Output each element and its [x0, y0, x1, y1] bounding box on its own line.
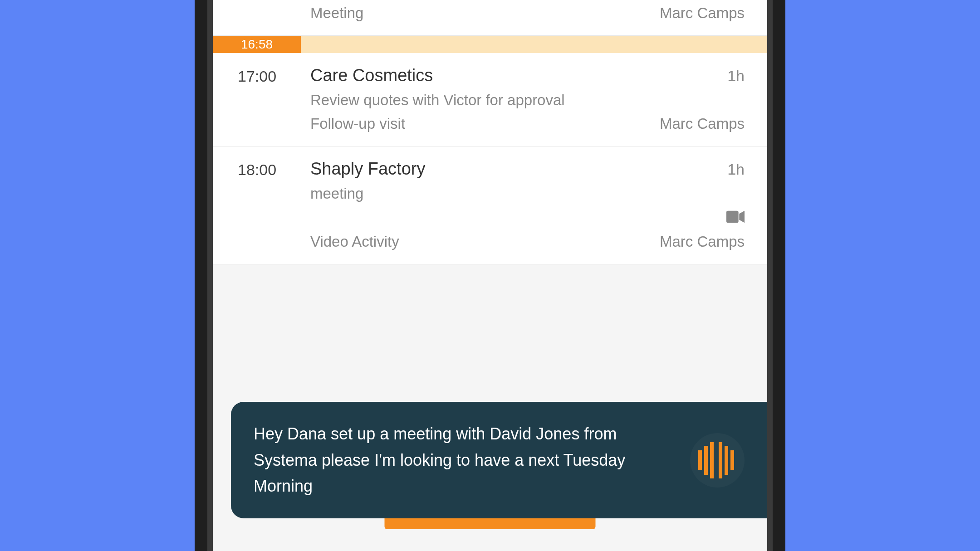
- phone-screen: Meeting Marc Camps 16:58 17:00 Care Cosm…: [213, 0, 767, 551]
- current-time-marker: 16:58: [213, 36, 767, 53]
- svg-rect-4: [719, 442, 722, 478]
- phone-frame: Meeting Marc Camps 16:58 17:00 Care Cosm…: [195, 0, 785, 551]
- svg-rect-5: [725, 446, 728, 475]
- svg-rect-3: [710, 442, 714, 478]
- event-item[interactable]: 18:00 Shaply Factory 1h meeting: [213, 146, 767, 264]
- event-type-label: Follow-up visit: [310, 115, 405, 132]
- video-camera-icon: [726, 210, 745, 225]
- event-description: meeting: [310, 185, 745, 202]
- waveform-icon: [697, 442, 738, 478]
- event-body: Shaply Factory 1h meeting Video: [310, 159, 745, 250]
- current-time-bar: [301, 36, 767, 53]
- event-title: Shaply Factory: [310, 159, 425, 179]
- phone-inner-frame: Meeting Marc Camps 16:58 17:00 Care Cosm…: [207, 0, 773, 551]
- event-type-label: Meeting: [310, 5, 363, 22]
- event-item[interactable]: 17:00 Care Cosmetics 1h Review quotes wi…: [213, 53, 767, 146]
- event-time: 17:00: [238, 66, 310, 132]
- event-title: Care Cosmetics: [310, 66, 433, 85]
- event-type-label: Video Activity: [310, 233, 399, 250]
- event-owner-label: Marc Camps: [660, 115, 745, 132]
- svg-rect-6: [730, 450, 734, 470]
- voice-waveform-button[interactable]: [690, 433, 745, 488]
- event-body: Care Cosmetics 1h Review quotes with Vic…: [310, 66, 745, 132]
- voice-assistant-overlay[interactable]: Hey Dana set up a meeting with David Jon…: [231, 402, 767, 518]
- voice-transcript: Hey Dana set up a meeting with David Jon…: [254, 421, 672, 499]
- svg-rect-1: [698, 450, 702, 470]
- event-description: Review quotes with Victor for approval: [310, 92, 745, 109]
- event-item-partial[interactable]: Meeting Marc Camps: [213, 0, 767, 36]
- event-owner-label: Marc Camps: [660, 5, 745, 22]
- event-duration: 1h: [727, 161, 745, 178]
- svg-rect-0: [726, 211, 739, 223]
- event-duration: 1h: [727, 67, 745, 85]
- event-time: 18:00: [238, 159, 310, 250]
- svg-rect-2: [704, 446, 708, 475]
- event-owner-label: Marc Camps: [660, 233, 745, 250]
- current-time-pill: 16:58: [213, 36, 301, 53]
